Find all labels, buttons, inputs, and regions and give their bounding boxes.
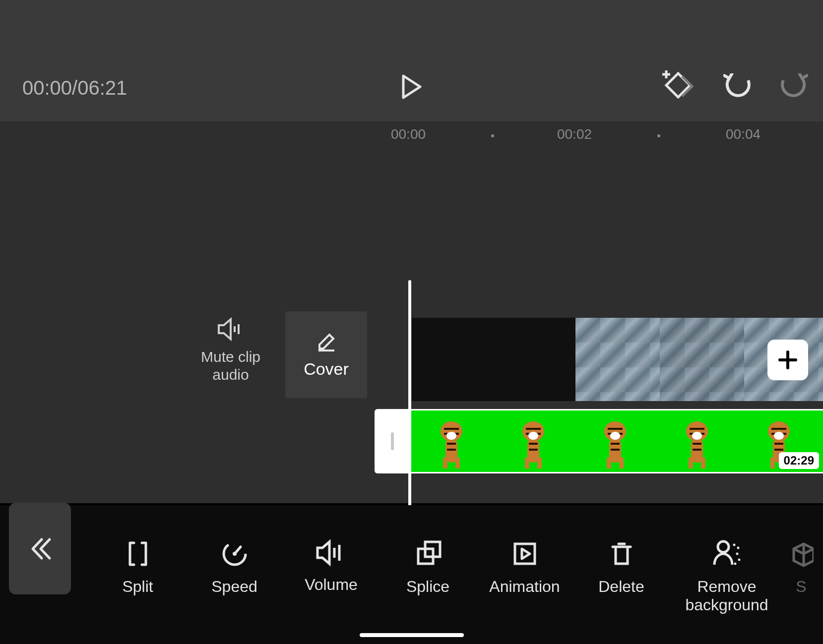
play-button[interactable]: [397, 72, 427, 102]
video-thumbnail: [660, 318, 744, 401]
overlay-thumbnail: [410, 410, 492, 472]
svg-point-9: [528, 432, 538, 440]
splice-icon: [413, 539, 443, 569]
svg-rect-18: [701, 458, 705, 468]
cover-label: Cover: [304, 359, 349, 379]
tool-remove-background[interactable]: Remove background: [670, 539, 784, 614]
delete-icon: [607, 539, 636, 569]
tool-label: Speed: [211, 578, 257, 596]
tool-label: Remove background: [685, 578, 768, 614]
pencil-icon: [316, 331, 337, 352]
keyframe-add-button[interactable]: [657, 69, 696, 101]
split-icon: [123, 539, 153, 569]
overlay-thumbnail: [492, 410, 574, 472]
add-clip-button[interactable]: [767, 340, 808, 380]
tool-bar: Split Speed Volume Splice: [0, 505, 823, 644]
ruler-dot: [491, 134, 494, 137]
svg-rect-22: [770, 458, 775, 468]
mute-clip-audio-button[interactable]: Mute clip audio: [186, 317, 275, 384]
svg-point-43: [738, 559, 741, 561]
cover-button[interactable]: Cover: [285, 311, 367, 398]
svg-rect-13: [619, 458, 624, 468]
ruler-dot: [657, 134, 660, 137]
home-indicator[interactable]: [360, 633, 464, 637]
video-thumbnail: [575, 318, 660, 401]
redo-icon: [779, 73, 808, 97]
undo-button[interactable]: [723, 73, 752, 97]
tool-splice[interactable]: Splice: [380, 539, 476, 614]
overlay-thumbnail: [574, 410, 656, 472]
overlay-thumbnail: [820, 410, 823, 472]
overlay-clip-duration: 02:29: [779, 452, 819, 469]
tool-speed[interactable]: Speed: [186, 539, 283, 614]
volume-icon: [315, 539, 348, 567]
animation-icon: [510, 539, 540, 569]
svg-rect-3: [455, 458, 460, 468]
mute-label-l1: Mute clip: [201, 349, 260, 365]
remove-bg-icon: [710, 539, 743, 569]
svg-point-42: [736, 553, 739, 555]
tool-delete[interactable]: Delete: [573, 539, 670, 614]
overlay-track-content[interactable]: 02:29: [410, 409, 823, 473]
svg-rect-17: [689, 458, 693, 468]
plus-icon: [777, 349, 799, 371]
tool-animation[interactable]: Animation: [476, 539, 573, 614]
svg-point-35: [233, 552, 237, 556]
svg-rect-2: [443, 458, 447, 468]
svg-point-14: [610, 432, 620, 440]
timeline-ruler[interactable]: 00:00 00:02 00:04: [0, 126, 823, 151]
tool-label: Splice: [406, 578, 449, 596]
video-track-lead[interactable]: [412, 318, 575, 401]
svg-point-24: [774, 432, 784, 440]
ruler-tick: 00:00: [391, 126, 426, 142]
svg-point-19: [692, 432, 702, 440]
timeline-panel[interactable]: 00:00 00:02 00:04 Mute clip audio Cover: [0, 121, 823, 503]
speed-icon: [220, 539, 250, 569]
play-icon: [400, 74, 423, 100]
speaker-icon: [217, 317, 245, 341]
svg-rect-8: [537, 458, 542, 468]
toolbar-back-button[interactable]: [9, 503, 71, 594]
svg-point-4: [446, 432, 456, 440]
tool-label: Volume: [305, 576, 358, 594]
playback-timecode: 00:00/06:21: [22, 77, 127, 99]
tool-label: Split: [122, 578, 153, 596]
tool-split[interactable]: Split: [89, 539, 186, 614]
ruler-tick: 00:04: [726, 126, 760, 142]
tool-more-cutoff[interactable]: S: [784, 539, 819, 614]
tool-label: Animation: [489, 578, 560, 596]
overlay-clip[interactable]: 02:29: [375, 409, 823, 473]
overlay-thumbnail: [656, 410, 738, 472]
tool-label: S: [796, 578, 806, 596]
svg-point-41: [737, 547, 740, 549]
tool-volume[interactable]: Volume: [283, 539, 380, 614]
svg-rect-12: [607, 458, 611, 468]
undo-icon: [723, 73, 752, 97]
chevron-left-double-icon: [28, 536, 53, 561]
keyframe-add-icon: [657, 69, 696, 101]
mute-label-l2: audio: [212, 366, 249, 383]
ruler-tick: 00:02: [557, 126, 592, 142]
clip-trim-handle-left[interactable]: [375, 409, 410, 473]
svg-point-40: [733, 544, 736, 546]
svg-point-44: [734, 563, 737, 565]
redo-button[interactable]: [779, 73, 808, 97]
player-control-bar: 00:00/06:21: [0, 0, 823, 121]
tool-label: Delete: [598, 578, 644, 596]
svg-point-39: [718, 541, 729, 552]
cube-icon: [789, 539, 814, 569]
svg-rect-38: [515, 544, 535, 564]
svg-rect-7: [525, 458, 529, 468]
